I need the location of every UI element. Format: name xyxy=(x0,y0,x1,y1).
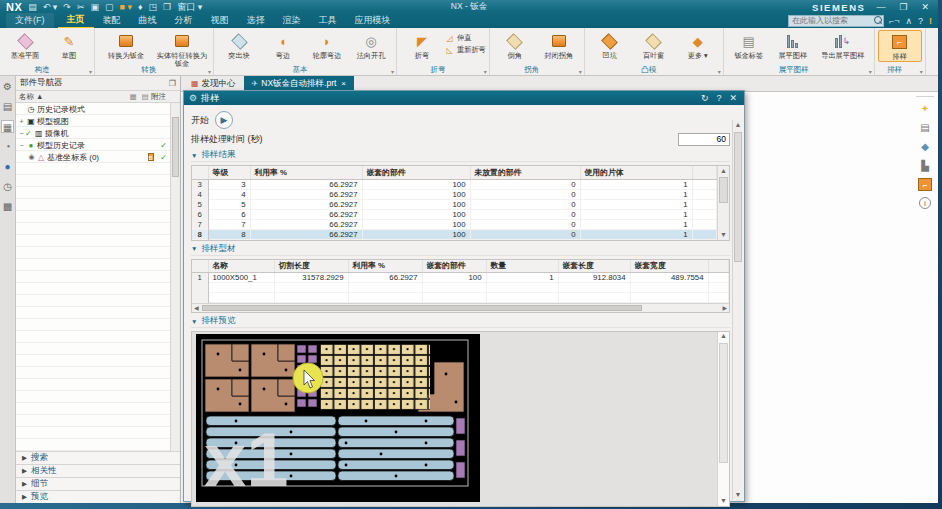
section-details[interactable]: ▶细节 xyxy=(16,477,180,490)
expand-icon[interactable]: ◉ xyxy=(28,153,35,161)
results-section-header[interactable]: ▼ 排样结果 xyxy=(191,149,730,162)
menu-assemblies[interactable]: 装配 xyxy=(94,13,130,28)
roles-icon[interactable]: ▩ xyxy=(1,200,14,213)
save-icon[interactable]: ▤ xyxy=(28,3,37,12)
flange-button[interactable]: ◖ 弯边 xyxy=(261,30,305,60)
flat-pattern-button[interactable]: 展平图样 xyxy=(771,30,815,60)
minimize-button[interactable]: — xyxy=(873,2,888,12)
tree-item-model-views[interactable]: +▣ 模型视图 xyxy=(16,115,180,127)
start-button[interactable]: ▶ xyxy=(215,111,233,129)
assembly-navigator-icon[interactable]: ▤ xyxy=(1,100,14,113)
nesting-preview[interactable]: x1 ▲▼ xyxy=(191,331,730,507)
solid-convert-button[interactable]: 实体特征转换为钣金 xyxy=(154,30,210,68)
group-caret-icon[interactable]: ▾ xyxy=(579,68,582,75)
profiles-section-header[interactable]: ▼ 排样型材 xyxy=(191,243,730,256)
table-row-selected[interactable]: 8 8 66.2927 100 0 1 xyxy=(192,229,717,239)
convert-to-sheetmetal-button[interactable]: 转换为钣金 xyxy=(98,30,154,60)
column-note[interactable]: 附注 xyxy=(151,92,177,102)
menu-selection[interactable]: 选择 xyxy=(238,13,274,28)
scroll-up-icon[interactable]: ▲ xyxy=(720,332,727,339)
redo-icon[interactable]: ↷ xyxy=(63,3,71,12)
surface-icon[interactable]: ◆ xyxy=(918,140,932,153)
table-row[interactable]: 1 1000X500_1 31578.2929 66.2927 100 1 91… xyxy=(192,273,729,283)
group-caret-icon[interactable]: ▾ xyxy=(391,68,394,75)
help-icon[interactable]: ? xyxy=(918,16,923,26)
menu-file[interactable]: 文件(F) xyxy=(6,13,54,28)
tab-discovery-center[interactable]: ▦ 发现中心 xyxy=(183,76,244,91)
table-row[interactable]: 5 5 66.2927 100 0 1 xyxy=(192,199,717,209)
section-preview[interactable]: ▶预览 xyxy=(16,490,180,503)
collapse-icon[interactable]: − xyxy=(18,130,25,137)
chamfer-button[interactable]: 倒角 xyxy=(493,30,537,60)
group-caret-icon[interactable]: ▾ xyxy=(920,68,923,75)
sparkle-icon[interactable]: ✦ xyxy=(918,102,932,115)
scroll-up-icon[interactable]: ▲ xyxy=(733,120,743,130)
copy-icon[interactable]: ▣ xyxy=(90,3,99,12)
undock-icon[interactable]: ❐ xyxy=(169,79,176,88)
close-button[interactable]: ✕ xyxy=(918,2,932,12)
search-icon[interactable] xyxy=(874,16,883,25)
results-scrollbar[interactable]: ▲▼ xyxy=(717,166,729,240)
close-tab-icon[interactable]: × xyxy=(341,79,346,88)
menu-analysis[interactable]: 分析 xyxy=(166,13,202,28)
group-caret-icon[interactable]: ▾ xyxy=(89,68,92,75)
more-button[interactable]: ◆ 更多 ▾ xyxy=(676,30,720,60)
table-row[interactable]: 6 6 66.2927 100 0 1 xyxy=(192,209,717,219)
column-name[interactable]: 名称 ▲ xyxy=(19,92,127,102)
scroll-up-icon[interactable]: ▲ xyxy=(718,166,729,176)
table-row[interactable]: 7 7 66.2927 100 0 1 xyxy=(192,219,717,229)
tab-button[interactable]: 突出块 xyxy=(217,30,261,60)
unbend-button[interactable]: ◿ 伸直 xyxy=(444,33,486,43)
tree-item-model-history[interactable]: −● 模型历史记录 ✓ xyxy=(16,139,180,151)
dialog-title-bar[interactable]: ⚙ 排样 ↻ ? ✕ xyxy=(184,91,744,105)
history-palette-icon[interactable]: ◷ xyxy=(1,180,14,193)
menu-render[interactable]: 渲染 xyxy=(274,13,310,28)
section-search[interactable]: ▶搜索 xyxy=(16,451,180,464)
tree-item-cameras[interactable]: −✓▥ 摄像机 xyxy=(16,127,180,139)
bend-button[interactable]: ◤ 折弯 xyxy=(400,30,444,60)
preview-scrollbar[interactable]: ▲▼ xyxy=(717,332,729,506)
info-icon[interactable]: i xyxy=(919,197,931,209)
constraint-navigator-icon[interactable]: ◔ xyxy=(1,140,14,153)
collapse-icon[interactable]: − xyxy=(18,142,25,149)
command-search-input[interactable] xyxy=(788,15,884,27)
menu-view[interactable]: 视图 xyxy=(202,13,238,28)
preview-canvas[interactable]: x1 xyxy=(196,334,480,502)
group-caret-icon[interactable]: ▾ xyxy=(484,68,487,75)
datum-plane-button[interactable]: 基准平面 xyxy=(3,30,47,60)
alert-icon[interactable]: ! xyxy=(929,16,932,26)
web-browser-icon[interactable]: ● xyxy=(1,160,14,173)
profiles-h-scrollbar[interactable]: ◀▶ xyxy=(192,303,729,312)
reset-icon[interactable]: ↻ xyxy=(699,93,711,103)
closed-corner-button[interactable]: 封闭拐角 xyxy=(537,30,581,60)
contour-flange-button[interactable]: ◗ 轮廓弯边 xyxy=(305,30,349,60)
rebend-button[interactable]: ◺ 重新折弯 xyxy=(444,45,486,55)
nesting-button[interactable]: ⌐ 排样 xyxy=(878,30,922,62)
fullscreen-icon[interactable]: ⌐¬ xyxy=(889,16,900,26)
expand-icon[interactable]: + xyxy=(18,118,25,125)
time-input[interactable] xyxy=(678,133,730,146)
tab-part-file[interactable]: ✈ NX钣金自动排样.prt × xyxy=(244,76,354,91)
scroll-down-icon[interactable]: ▼ xyxy=(733,490,743,500)
flat-pattern-tool-icon[interactable]: ▙ xyxy=(918,159,932,172)
gear-icon[interactable]: ⚙ xyxy=(1,80,14,93)
nesting-tool-icon[interactable]: ⌐ xyxy=(918,178,932,191)
touch-mode-icon[interactable]: ■ ▾ xyxy=(119,3,131,12)
undo-icon[interactable]: ↶ ▾ xyxy=(43,3,58,12)
cut-icon[interactable]: ✂ xyxy=(77,3,85,12)
window-menu[interactable]: 窗口 ▾ xyxy=(177,3,202,12)
dialog-help-icon[interactable]: ? xyxy=(714,93,723,103)
menu-home[interactable]: 主页 xyxy=(58,12,94,29)
scroll-down-icon[interactable]: ▼ xyxy=(718,230,729,240)
normal-cutout-button[interactable]: ◎ 法向开孔 xyxy=(349,30,393,60)
dialog-scrollbar[interactable]: ▲▼ xyxy=(732,120,743,500)
dimple-button[interactable]: 凹坑 xyxy=(588,30,632,60)
tree-item-history-mode[interactable]: ◷ 历史记录模式 xyxy=(16,103,180,115)
tree-item-datum-csys[interactable]: ◉△ 基准坐标系 (0) B ✓ xyxy=(16,151,180,163)
table-row[interactable]: 3 3 66.2927 100 0 1 xyxy=(192,179,717,189)
column-icon[interactable]: ▦ xyxy=(127,92,139,101)
menu-tools[interactable]: 工具 xyxy=(310,13,346,28)
sketch-button[interactable]: ✎ 草图 xyxy=(47,30,91,60)
column-icon[interactable]: ▤ xyxy=(139,92,151,101)
share-icon[interactable]: ◳ xyxy=(149,3,158,12)
